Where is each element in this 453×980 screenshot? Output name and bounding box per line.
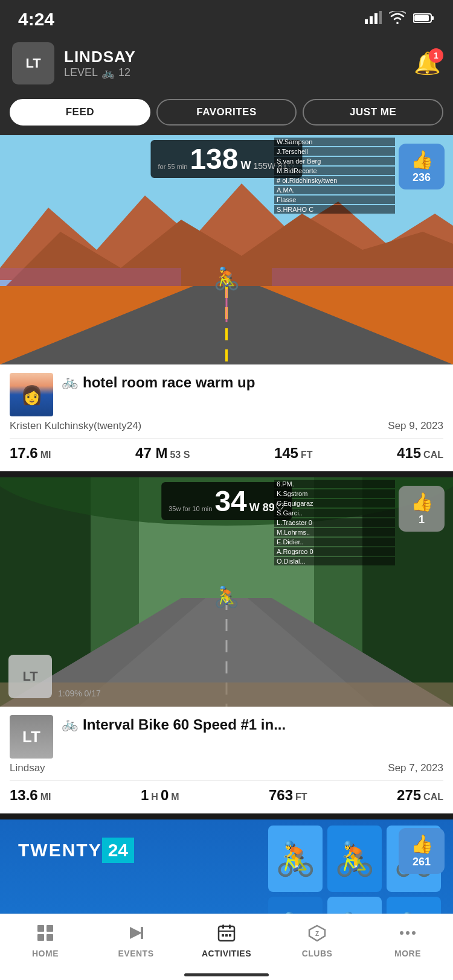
leaderboard-1: W.Sampson J.Terschell S.van der Berg M.B… xyxy=(274,135,395,364)
leaderboard-entry: S.Garci.. xyxy=(274,509,395,517)
svg-rect-6 xyxy=(414,15,429,21)
card-image-1: 🚴 for 55 min 138 W 155W 81♡ 👍 236 xyxy=(0,135,453,364)
stat-distance-1: 17.6 MI xyxy=(10,445,51,462)
stat-distance-2: 13.6 MI xyxy=(10,787,51,804)
activity-card-1: 🚴 for 55 min 138 W 155W 81♡ 👍 236 xyxy=(0,135,453,471)
svg-rect-33 xyxy=(141,927,143,939)
card-title-wrap-1: 🚲 hotel room race warm up xyxy=(62,373,443,392)
svg-rect-1 xyxy=(370,16,373,24)
card-meta-2: Lindsay Sep 7, 2023 xyxy=(10,762,443,774)
progress-2: 1:09% 0/17 xyxy=(58,689,101,698)
nav-home[interactable]: HOME xyxy=(0,914,91,968)
nav-activities-label: ACTIVITIES xyxy=(202,949,251,958)
hud-overlay-2: 35w for 10 min 34 W 89♡ xyxy=(161,482,292,520)
wifi-icon xyxy=(389,11,406,28)
svg-point-42 xyxy=(400,931,403,935)
thumb-icon-2: 👍 xyxy=(411,491,433,512)
svg-rect-31 xyxy=(47,934,53,941)
leaderboard-entry: S.van der Berg xyxy=(274,157,395,165)
svg-marker-32 xyxy=(130,927,142,939)
stat-time-2: 1 H 0 M xyxy=(141,787,179,804)
svg-rect-34 xyxy=(219,926,234,941)
svg-point-44 xyxy=(412,931,416,935)
leaderboard-entry: M.Lohrms.. xyxy=(274,528,395,536)
like-button-1[interactable]: 👍 236 xyxy=(399,144,445,189)
header-left: LT LINDSAY LEVEL 🚲 12 xyxy=(12,42,136,84)
card-title-wrap-2: 🚲 Interval Bike 60 Speed #1 in... xyxy=(62,715,443,734)
like-count-2: 1 xyxy=(419,514,425,526)
leaderboard-entry: M.BidRecorte xyxy=(274,167,395,175)
cyclist-2: 🚴 xyxy=(327,826,382,892)
stat-elevation-1: 145 FT xyxy=(274,445,313,462)
tab-favorites[interactable]: FAVORITES xyxy=(156,99,297,126)
notification-button[interactable]: 🔔 1 xyxy=(414,51,441,76)
like-button-2[interactable]: 👍 1 xyxy=(399,486,445,532)
home-indicator xyxy=(184,973,269,976)
leaderboard-entry: E.Didier.. xyxy=(274,538,395,546)
stat-calories-2: 275 CAL xyxy=(397,787,443,804)
card-info-2: LT 🚲 Interval Bike 60 Speed #1 in... Lin… xyxy=(0,707,453,813)
avatar-lt: LT xyxy=(10,715,53,759)
svg-rect-2 xyxy=(374,13,378,24)
activity-card-2: 🚴 35w for 10 min 34 W 89♡ 👍 1 6.PM. xyxy=(0,477,453,813)
svg-text:🚴: 🚴 xyxy=(213,266,240,291)
nav-clubs-label: CLUBS xyxy=(302,949,333,958)
card-info-1: 👩 🚲 hotel room race warm up Kristen Kulc… xyxy=(0,364,453,471)
stat-calories-1: 415 CAL xyxy=(397,445,443,462)
bike-icon-2: 🚲 xyxy=(62,716,78,733)
card-author-1: Kristen Kulchinsky(twenty24) xyxy=(10,420,141,432)
nav-clubs[interactable]: Z CLUBS xyxy=(272,914,362,968)
leaderboard-entry: A.Rogsrco 0 xyxy=(274,547,395,556)
feed-tabs: FEED FAVORITES JUST ME xyxy=(0,94,453,135)
nav-activities[interactable]: ACTIVITIES xyxy=(181,914,272,968)
bottom-nav: HOME EVENTS ACTIVITIES xyxy=(0,914,453,980)
like-button-3[interactable]: 👍 261 xyxy=(399,828,445,874)
leaderboard-entry: S.HRAHO C xyxy=(274,205,395,214)
leaderboard-entry: C.Equigaraz xyxy=(274,499,395,508)
svg-rect-28 xyxy=(37,925,44,932)
activities-icon xyxy=(217,924,236,946)
stat-time-1: 47 M 53 S xyxy=(135,445,190,462)
tab-feed[interactable]: FEED xyxy=(10,99,150,126)
card-image-2: 🚴 35w for 10 min 34 W 89♡ 👍 1 6.PM. xyxy=(0,477,453,707)
more-icon xyxy=(399,924,417,946)
nav-home-label: HOME xyxy=(32,949,59,958)
username: LINDSAY xyxy=(64,48,136,66)
card-avatar-2: LT xyxy=(10,715,53,759)
card-date-2: Sep 7, 2023 xyxy=(388,762,443,774)
nav-more-label: MORE xyxy=(394,949,421,958)
leaderboard-entry: # ol.Ridchinsky/twen xyxy=(274,176,395,185)
nav-more[interactable]: MORE xyxy=(362,914,453,968)
nav-events[interactable]: EVENTS xyxy=(91,914,181,968)
leaderboard-entry: Flasse xyxy=(274,196,395,204)
header: LT LINDSAY LEVEL 🚲 12 🔔 1 xyxy=(0,36,453,94)
card-author-2: Lindsay xyxy=(10,762,45,774)
twenty24-logo: TWENTY 24 xyxy=(18,838,134,863)
clubs-icon: Z xyxy=(308,924,326,946)
svg-rect-35 xyxy=(222,924,224,929)
svg-rect-0 xyxy=(365,19,368,24)
home-icon xyxy=(36,924,54,946)
bike-icon-1: 🚲 xyxy=(62,374,78,391)
scroll-content: 🚴 for 55 min 138 W 155W 81♡ 👍 236 xyxy=(0,135,453,980)
events-icon xyxy=(127,924,145,946)
svg-rect-29 xyxy=(47,925,53,932)
card-date-1: Sep 9, 2023 xyxy=(388,420,443,432)
svg-rect-5 xyxy=(431,16,434,20)
cyclist-1: 🚴 xyxy=(268,826,323,892)
svg-rect-13 xyxy=(0,268,181,286)
thumb-icon-3: 👍 xyxy=(411,833,433,854)
activity-card-forest: 🚴 35w for 10 min 34 W 89♡ 👍 1 6.PM. xyxy=(0,477,453,813)
tab-just-me[interactable]: JUST ME xyxy=(303,99,443,126)
svg-rect-39 xyxy=(225,934,228,937)
like-count-3: 261 xyxy=(413,856,431,868)
svg-rect-40 xyxy=(229,934,231,937)
card-header-row-2: LT 🚲 Interval Bike 60 Speed #1 in... xyxy=(10,715,443,759)
svg-rect-38 xyxy=(222,934,224,937)
card-stats-2: 13.6 MI 1 H 0 M 763 FT 275 xyxy=(10,780,443,804)
lt-badge-2: LT xyxy=(8,655,52,698)
leaderboard-2: 6.PM. K.Sgstrom C.Equigaraz S.Garci.. L.… xyxy=(274,477,395,707)
avatar-female-1: 👩 xyxy=(10,373,53,416)
leaderboard-entry: J.Terschell xyxy=(274,147,395,156)
user-level: LEVEL 🚲 12 xyxy=(64,66,136,80)
